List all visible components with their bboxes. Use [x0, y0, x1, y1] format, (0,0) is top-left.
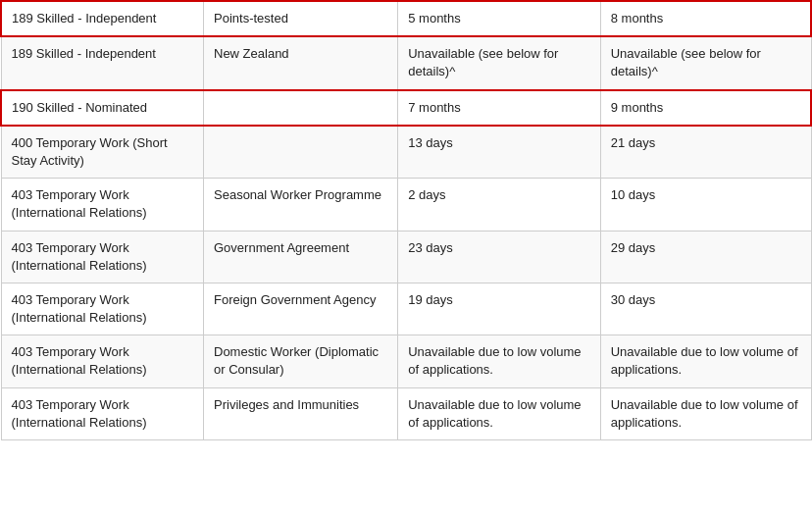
- cell-3-1: [204, 126, 398, 179]
- cell-2-2: 7 months: [398, 90, 601, 126]
- cell-6-0: 403 Temporary Work (International Relati…: [1, 283, 204, 335]
- cell-4-1: Seasonal Worker Programme: [204, 179, 398, 231]
- cell-5-3: 29 days: [600, 231, 811, 283]
- cell-4-3: 10 days: [600, 179, 811, 231]
- table-row: 189 Skilled - IndependentPoints-tested5 …: [1, 1, 811, 36]
- cell-5-1: Government Agreement: [204, 231, 398, 283]
- cell-2-0: 190 Skilled - Nominated: [1, 90, 204, 126]
- cell-1-1: New Zealand: [204, 36, 398, 89]
- table-row: 403 Temporary Work (International Relati…: [1, 387, 811, 439]
- cell-4-2: 2 days: [398, 179, 601, 231]
- cell-3-3: 21 days: [600, 126, 811, 179]
- cell-8-3: Unavailable due to low volume of applica…: [600, 387, 811, 439]
- cell-6-2: 19 days: [398, 283, 601, 335]
- table-row: 403 Temporary Work (International Relati…: [1, 283, 811, 335]
- cell-4-0: 403 Temporary Work (International Relati…: [1, 179, 204, 231]
- cell-7-1: Domestic Worker (Diplomatic or Consular): [204, 335, 398, 387]
- table-row: 400 Temporary Work (Short Stay Activity)…: [1, 126, 811, 179]
- cell-1-0: 189 Skilled - Independent: [1, 36, 204, 89]
- cell-5-0: 403 Temporary Work (International Relati…: [1, 231, 204, 283]
- cell-1-3: Unavailable (see below for details)^: [600, 36, 811, 89]
- cell-0-1: Points-tested: [204, 1, 398, 36]
- cell-0-2: 5 months: [398, 1, 601, 36]
- table-row: 403 Temporary Work (International Relati…: [1, 335, 811, 387]
- cell-8-2: Unavailable due to low volume of applica…: [398, 387, 601, 439]
- cell-2-3: 9 months: [600, 90, 811, 126]
- cell-0-3: 8 months: [600, 1, 811, 36]
- table-row: 403 Temporary Work (International Relati…: [1, 231, 811, 283]
- cell-6-3: 30 days: [600, 283, 811, 335]
- table-row: 403 Temporary Work (International Relati…: [1, 179, 811, 231]
- cell-1-2: Unavailable (see below for details)^: [398, 36, 601, 89]
- cell-7-2: Unavailable due to low volume of applica…: [398, 335, 601, 387]
- cell-8-1: Privileges and Immunities: [204, 387, 398, 439]
- cell-8-0: 403 Temporary Work (International Relati…: [1, 387, 204, 439]
- cell-3-0: 400 Temporary Work (Short Stay Activity): [1, 126, 204, 179]
- cell-5-2: 23 days: [398, 231, 601, 283]
- processing-times-table: 189 Skilled - IndependentPoints-tested5 …: [0, 0, 812, 440]
- cell-0-0: 189 Skilled - Independent: [1, 1, 204, 36]
- cell-6-1: Foreign Government Agency: [204, 283, 398, 335]
- table-row: 189 Skilled - IndependentNew ZealandUnav…: [1, 36, 811, 89]
- cell-7-3: Unavailable due to low volume of applica…: [600, 335, 811, 387]
- table-row: 190 Skilled - Nominated7 months9 months: [1, 90, 811, 126]
- cell-7-0: 403 Temporary Work (International Relati…: [1, 335, 204, 387]
- cell-3-2: 13 days: [398, 126, 601, 179]
- cell-2-1: [204, 90, 398, 126]
